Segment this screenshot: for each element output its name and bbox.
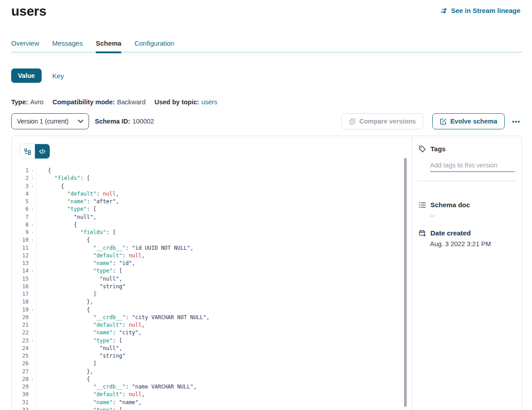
fold-toggle-icon[interactable]: ▾ <box>29 205 36 213</box>
schema-id-value: 100002 <box>132 118 154 125</box>
code-line: 11 "__crdb__": "id UUID NOT NULL", <box>12 244 412 252</box>
line-number: 25 <box>12 352 29 360</box>
line-number: 27 <box>12 368 29 376</box>
code-line: 4 "default": null, <box>12 190 412 198</box>
code-text: "default": null, <box>36 190 119 198</box>
code-line: 20 "__crdb__": "city VARCHAR NOT NULL", <box>12 314 412 321</box>
tab-messages[interactable]: Messages <box>52 39 83 53</box>
tree-view-icon <box>24 148 31 155</box>
schema-id: Schema ID:100002 <box>95 118 154 125</box>
tab-configuration[interactable]: Configuration <box>134 39 174 53</box>
code-text: "__crdb__": "city VARCHAR NOT NULL", <box>36 314 209 321</box>
code-text: "string" <box>36 283 125 290</box>
stream-lineage-link[interactable]: See in Stream lineage <box>440 7 520 14</box>
code-line: 17 ] <box>12 290 412 298</box>
vertical-scrollbar[interactable] <box>404 158 407 407</box>
code-text: "name": "city", <box>36 329 142 337</box>
code-line: 14▾ "type": [ <box>12 267 412 275</box>
fold-spacer <box>29 352 36 360</box>
fold-toggle-icon[interactable]: ▾ <box>29 175 36 182</box>
code-text: "null", <box>36 345 122 352</box>
code-line: 19▾ { <box>12 306 412 314</box>
topic-link[interactable]: users <box>201 98 217 106</box>
evolve-schema-button[interactable]: Evolve schema <box>432 113 505 129</box>
line-number: 29 <box>12 383 29 391</box>
fold-toggle-icon[interactable]: ▾ <box>29 236 36 244</box>
fold-toggle-icon[interactable]: ▾ <box>29 221 36 229</box>
key-toggle-button[interactable]: Key <box>52 72 64 80</box>
line-number: 8 <box>12 221 29 229</box>
code-text: { <box>36 306 90 314</box>
line-number: 17 <box>12 290 29 298</box>
fold-toggle-icon[interactable]: ▾ <box>29 167 36 175</box>
code-view-icon <box>39 149 46 154</box>
code-text: "name": "name", <box>36 399 142 406</box>
compare-versions-button[interactable]: Compare versions <box>341 113 424 129</box>
code-line: 12 "default": null, <box>12 252 412 260</box>
stream-lineage-icon <box>440 8 448 14</box>
line-number: 19 <box>12 306 29 314</box>
fold-toggle-icon[interactable]: ▾ <box>29 306 36 314</box>
fold-spacer <box>29 321 36 329</box>
code-text: "__crdb__": "id UUID NOT NULL", <box>36 244 193 252</box>
line-number: 21 <box>12 321 29 329</box>
line-number: 4 <box>12 190 29 198</box>
fold-spacer <box>29 383 36 391</box>
fold-spacer <box>29 290 36 298</box>
fold-spacer <box>29 391 36 398</box>
fold-spacer <box>29 298 36 306</box>
code-line: 8▾ { <box>12 221 412 229</box>
fold-spacer <box>29 283 36 290</box>
date-created-value: Aug. 3 2022 3:21 PM <box>430 240 516 248</box>
more-options-button[interactable]: ••• <box>510 116 522 127</box>
code-line: 9▾ "fields": [ <box>12 229 412 236</box>
code-line: 2▾ "fields": [ <box>12 175 412 182</box>
line-number: 30 <box>12 391 29 398</box>
topic-tabs: Overview Messages Schema Configuration <box>11 39 174 53</box>
code-line: 26 ] <box>12 360 412 367</box>
tree-view-button[interactable] <box>20 144 35 158</box>
code-line: 7 "null", <box>12 214 412 221</box>
tab-schema[interactable]: Schema <box>96 39 122 53</box>
code-text: { <box>36 236 90 244</box>
sidebar-divider <box>417 181 516 181</box>
fold-toggle-icon[interactable]: ▾ <box>29 183 36 190</box>
schema-panel: 1▾{2▾ "fields": [3▾ {4 "default": null,5… <box>11 136 522 410</box>
code-text: "null", <box>36 214 96 221</box>
stream-lineage-label: See in Stream lineage <box>451 7 520 14</box>
calendar-plus-icon <box>419 230 426 237</box>
topic-label: Used by topic: <box>154 98 199 106</box>
code-text: "name": "after", <box>36 198 119 205</box>
fold-toggle-icon[interactable]: ▾ <box>29 229 36 236</box>
schema-doc-value: -- <box>430 212 516 219</box>
code-view-button[interactable] <box>35 144 50 158</box>
fold-toggle-icon[interactable]: ▾ <box>29 376 36 383</box>
line-number: 26 <box>12 360 29 367</box>
code-text: "type": [ <box>36 267 122 275</box>
code-line: 13 "name": "id", <box>12 260 412 267</box>
tab-overview[interactable]: Overview <box>11 39 39 53</box>
fold-toggle-icon[interactable]: ▾ <box>29 337 36 345</box>
version-select[interactable]: Version 1 (current) <box>11 113 89 129</box>
code-text: "name": "id", <box>36 260 135 267</box>
code-text: "default": null, <box>36 321 145 329</box>
code-line: 22 "name": "city", <box>12 329 412 337</box>
line-number: 31 <box>12 399 29 406</box>
edit-schema-icon <box>440 118 447 125</box>
fold-toggle-icon[interactable]: ▾ <box>29 267 36 275</box>
code-text: ] <box>36 290 96 298</box>
fold-toggle-icon[interactable]: ▾ <box>29 406 36 410</box>
type-label: Type: <box>11 98 28 106</box>
code-line: 23▾ "type": [ <box>12 337 412 345</box>
value-toggle-button[interactable]: Value <box>11 68 42 83</box>
code-line: 18 }, <box>12 298 412 306</box>
schema-meta-row: Type:Avro Compatibility mode:Backward Us… <box>11 98 217 106</box>
code-text: { <box>36 221 77 229</box>
type-value: Avro <box>30 98 44 106</box>
tags-input[interactable] <box>430 161 515 172</box>
code-text: "type": [ <box>36 205 96 213</box>
line-number: 11 <box>12 244 29 252</box>
line-number: 3 <box>12 183 29 190</box>
line-number: 28 <box>12 376 29 383</box>
code-line: 15 "null", <box>12 275 412 283</box>
